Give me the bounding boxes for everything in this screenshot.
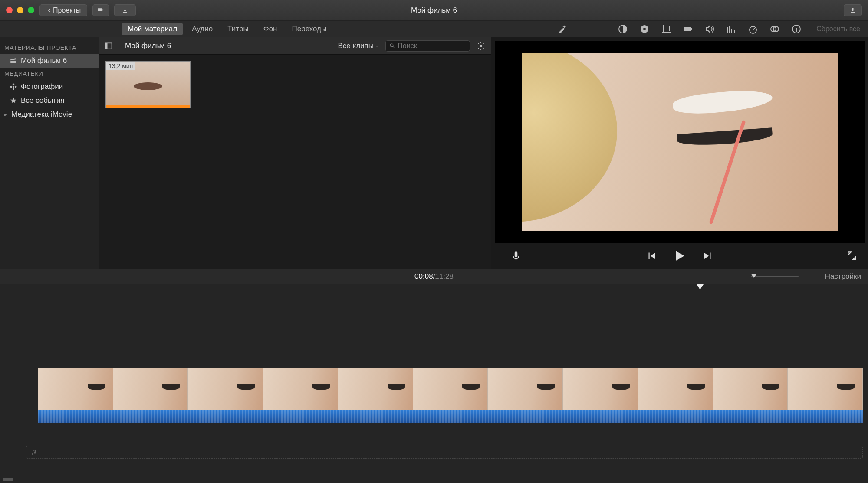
timeline[interactable] [0, 284, 868, 483]
svg-point-14 [390, 44, 393, 47]
timeline-settings-button[interactable]: Настройки [825, 272, 861, 281]
svg-point-11 [15, 86, 17, 88]
video-track[interactable] [38, 368, 863, 425]
sidebar-item-all-events[interactable]: Все события [0, 94, 99, 108]
clip-used-indicator [106, 105, 190, 108]
share-icon [849, 7, 856, 14]
horizontal-scrollbar[interactable] [3, 478, 13, 481]
play-button[interactable] [673, 249, 687, 263]
enhance-wand-icon[interactable] [557, 24, 567, 34]
clip-audio-waveform[interactable] [38, 410, 863, 423]
clip-filter-dropdown[interactable]: Все клипы ⌄ [338, 42, 380, 50]
tab-backgrounds[interactable]: Фон [257, 23, 283, 35]
timecode-total: 11:28 [435, 272, 454, 281]
chevron-left-icon [46, 7, 53, 14]
preview-frame [522, 53, 838, 231]
filmstrip-thumb [263, 368, 338, 410]
info-icon[interactable] [791, 24, 802, 34]
filmstrip-thumb [413, 368, 488, 410]
filmstrip-thumb [638, 368, 713, 410]
svg-rect-13 [105, 43, 108, 49]
browser-settings-icon[interactable] [476, 41, 486, 51]
projects-label: Проекты [53, 7, 81, 14]
equalizer-icon[interactable] [726, 24, 736, 34]
projects-back-button[interactable]: Проекты [39, 4, 87, 16]
library-tabs: Мой материал Аудио Титры Фон Переходы Сб… [0, 21, 868, 37]
svg-point-10 [10, 86, 13, 88]
star-icon [10, 97, 17, 104]
sidebar-item-imovie-library[interactable]: ▸ Медиатека iMovie [0, 108, 99, 121]
sidebar-section-project: МАТЕРИАЛЫ ПРОЕКТА [0, 42, 99, 54]
library-sidebar: МАТЕРИАЛЫ ПРОЕКТА Мой фильм 6 МЕДИАТЕКИ … [0, 37, 99, 269]
prev-frame-button[interactable] [646, 250, 657, 261]
browser-toolbar: Мой фильм 6 Все клипы ⌄ [99, 37, 491, 55]
filmstrip-thumb [338, 368, 413, 410]
preview-canvas[interactable] [495, 41, 865, 243]
sidebar-events-label: Все события [21, 96, 65, 105]
sidebar-library-label: Медиатека iMovie [11, 110, 72, 119]
viewer-adjust-tools: Сбросить все [557, 24, 860, 34]
filmstrip-thumb [113, 368, 188, 410]
reset-all-button[interactable]: Сбросить все [816, 25, 860, 33]
toggle-sidebar-icon[interactable] [104, 42, 113, 50]
voiceover-mic-icon[interactable] [510, 250, 522, 261]
crop-icon[interactable] [661, 24, 671, 34]
svg-point-8 [13, 84, 15, 86]
transport-controls [491, 243, 868, 269]
color-balance-icon[interactable] [618, 24, 628, 34]
clip-filter-icon[interactable] [769, 24, 780, 34]
minimize-window-button[interactable] [17, 7, 23, 13]
zoom-thumb[interactable] [751, 274, 757, 278]
filmstrip-thumb [488, 368, 563, 410]
clapper-icon [10, 57, 17, 65]
media-clip[interactable]: 13,2 мин [105, 61, 191, 108]
filmstrip-thumb [563, 368, 638, 410]
svg-rect-16 [515, 251, 518, 257]
timeline-zoom-slider[interactable] [751, 276, 799, 277]
download-icon [122, 7, 128, 14]
filmstrip-thumb [788, 368, 863, 410]
sidebar-item-photos[interactable]: Фотографии [0, 80, 99, 94]
speed-icon[interactable] [748, 24, 758, 34]
svg-point-15 [480, 45, 482, 47]
volume-icon[interactable] [704, 24, 715, 34]
close-window-button[interactable] [6, 7, 13, 13]
clip-duration-badge: 13,2 мин [106, 62, 135, 70]
background-music-track[interactable] [26, 446, 863, 459]
search-icon [389, 42, 395, 49]
tab-transitions[interactable]: Переходы [286, 23, 333, 35]
clip-filter-label: Все клипы [338, 42, 374, 50]
window-controls [6, 7, 34, 13]
download-button[interactable] [114, 4, 136, 16]
flower-icon [10, 83, 17, 91]
svg-point-9 [13, 88, 15, 90]
next-frame-button[interactable] [702, 250, 713, 261]
svg-point-2 [643, 28, 646, 30]
clip-filmstrip[interactable] [38, 368, 863, 410]
timecode-current: 00:08 [414, 272, 433, 281]
filmstrip-thumb [38, 368, 113, 410]
zoom-window-button[interactable] [28, 7, 34, 13]
preview-viewer [491, 37, 868, 269]
search-field[interactable] [385, 40, 470, 52]
tab-audio[interactable]: Аудио [186, 23, 219, 35]
search-input[interactable] [398, 42, 466, 50]
upper-pane: МАТЕРИАЛЫ ПРОЕКТА Мой фильм 6 МЕДИАТЕКИ … [0, 37, 868, 269]
media-browser: Мой фильм 6 Все клипы ⌄ 13,2 мин [99, 37, 491, 269]
svg-point-7 [13, 86, 15, 88]
media-import-button[interactable] [92, 4, 109, 16]
music-note-icon [31, 449, 38, 456]
sidebar-photos-label: Фотографии [21, 82, 63, 91]
tab-my-media[interactable]: Мой материал [122, 23, 183, 35]
filmstrip-thumb [188, 368, 263, 410]
sidebar-item-project[interactable]: Мой фильм 6 [0, 54, 99, 68]
disclosure-triangle-icon[interactable]: ▸ [3, 111, 8, 117]
color-correction-icon[interactable] [639, 24, 650, 34]
stabilization-icon[interactable] [683, 24, 693, 34]
dropdown-chevron-icon: ⌄ [375, 43, 379, 49]
browser-crumb: Мой фильм 6 [125, 42, 171, 50]
filmstrip-thumb [713, 368, 788, 410]
tab-titles[interactable]: Титры [221, 23, 255, 35]
fullscreen-icon[interactable] [846, 250, 858, 261]
share-button[interactable] [844, 4, 862, 16]
